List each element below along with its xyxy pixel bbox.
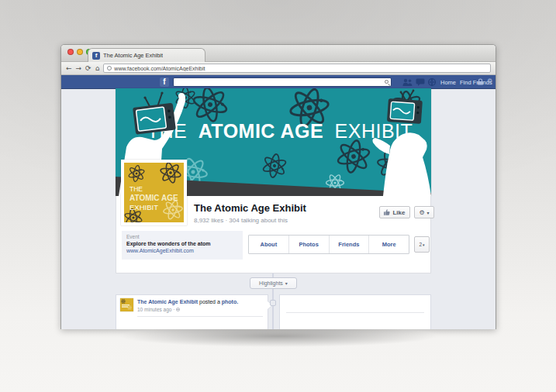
- facebook-page: f Home Find Friends: [61, 75, 496, 329]
- event-link[interactable]: www.AtomicAgeExhibit.com: [126, 248, 238, 253]
- url-input[interactable]: [114, 66, 487, 71]
- close-window-button[interactable]: [67, 49, 74, 55]
- tab-friends[interactable]: Friends: [330, 236, 370, 253]
- browser-window: f The Atomic Age Exhibit ← → ⟳ ⌂ f: [60, 44, 496, 329]
- post-timestamp[interactable]: 10 minutes ago ·: [137, 307, 180, 312]
- post-author-link[interactable]: The Atomic Age Exhibit: [137, 299, 198, 304]
- browser-tab[interactable]: f The Atomic Age Exhibit: [88, 48, 205, 62]
- more-tabs-count: 2: [419, 242, 422, 247]
- event-label: Event: [126, 234, 238, 239]
- timeline-marker: [270, 300, 276, 306]
- cover-title: THE ATOMIC AGE EXHIBIT: [147, 120, 413, 142]
- tab-photos[interactable]: Photos: [289, 236, 330, 253]
- post-avatar-art: [120, 298, 133, 311]
- profile-line3: EXHIBIT: [130, 203, 158, 211]
- browser-toolbar: ← → ⟳ ⌂: [61, 62, 496, 75]
- like-label: Like: [392, 209, 405, 216]
- page-tabs: About Photos Friends More: [248, 235, 409, 254]
- highlights-dropdown[interactable]: Highlights ▾: [250, 277, 297, 289]
- post-card[interactable]: [279, 294, 431, 329]
- home-link[interactable]: Home: [440, 79, 456, 86]
- thumbs-up-icon: [384, 209, 390, 215]
- post-avatar[interactable]: [120, 298, 133, 311]
- tab-title: The Atomic Age Exhibit: [103, 52, 163, 59]
- public-privacy-icon: [176, 308, 180, 311]
- reload-icon[interactable]: ⟳: [85, 65, 92, 72]
- event-box[interactable]: Event Explore the wonders of the atom ww…: [122, 231, 243, 260]
- tab-about[interactable]: About: [249, 236, 289, 253]
- caret-down-icon: ▾: [285, 280, 288, 286]
- profile-line2: ATOMIC AGE: [130, 194, 178, 202]
- post-card[interactable]: The Atomic Age Exhibit posted a photo. 1…: [116, 294, 268, 329]
- page-title: The Atomic Age Exhibit: [194, 202, 306, 214]
- minimize-window-button[interactable]: [77, 49, 83, 55]
- page-settings-button[interactable]: ⚙ ▾: [414, 206, 434, 218]
- post-time-text: 10 minutes ago ·: [137, 307, 174, 312]
- address-bar[interactable]: [103, 64, 491, 73]
- site-globe-icon: [107, 66, 112, 70]
- profile-picture[interactable]: THE ATOMIC AGE EXHIBIT: [121, 160, 187, 225]
- settings-gear-icon[interactable]: ⚙: [487, 78, 492, 84]
- page-stats: 8,932 likes · 304 talking about this: [194, 217, 288, 224]
- post-divider: [286, 312, 424, 313]
- highlights-label: Highlights: [259, 280, 283, 286]
- post-headline: The Atomic Age Exhibit posted a photo.: [137, 299, 238, 304]
- privacy-lock-icon[interactable]: [477, 78, 484, 85]
- caret-down-icon: ▾: [427, 210, 430, 215]
- more-tabs-button[interactable]: 2 ▾: [414, 236, 430, 253]
- forward-icon[interactable]: →: [76, 65, 82, 72]
- facebook-favicon: f: [92, 52, 100, 60]
- like-button[interactable]: Like: [379, 206, 410, 218]
- tab-more[interactable]: More: [369, 236, 409, 253]
- post-action-text: posted a: [198, 299, 222, 304]
- browser-titlebar: f The Atomic Age Exhibit: [61, 45, 496, 62]
- post-divider: [137, 316, 263, 317]
- event-title: Explore the wonders of the atom: [126, 241, 238, 246]
- profile-line1: THE: [130, 185, 143, 193]
- post-object-link[interactable]: photo.: [222, 299, 238, 304]
- gear-icon: ⚙: [419, 209, 424, 216]
- profile-art: THE ATOMIC AGE EXHIBIT: [124, 163, 184, 222]
- desktop-background: f The Atomic Age Exhibit ← → ⟳ ⌂ f: [0, 0, 556, 392]
- caret-down-icon: ▾: [423, 242, 425, 247]
- home-icon[interactable]: ⌂: [95, 65, 100, 72]
- back-icon[interactable]: ←: [66, 65, 72, 72]
